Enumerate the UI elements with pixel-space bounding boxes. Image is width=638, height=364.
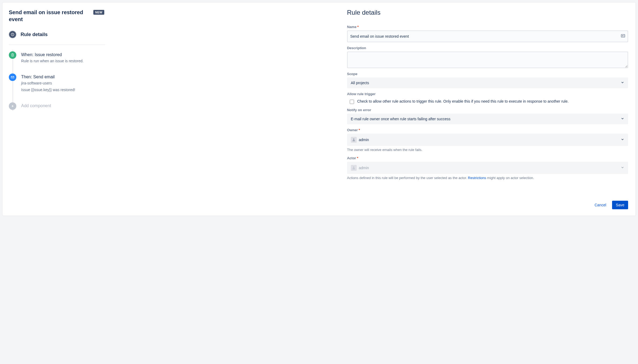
actor-value: admin (359, 166, 369, 170)
allow-trigger-checkbox[interactable] (350, 100, 354, 104)
new-badge: NEW (93, 10, 104, 15)
allow-trigger-text: Check to allow other rule actions to tri… (357, 99, 569, 104)
scope-value: All projects (351, 81, 369, 85)
rule-flow-timeline: When: Issue restored Rule is run when an… (13, 50, 339, 111)
owner-select[interactable]: admin (347, 134, 628, 146)
chevron-down-icon (621, 81, 624, 85)
divider (9, 45, 105, 45)
info-icon (9, 31, 16, 38)
save-button[interactable]: Save (612, 201, 628, 209)
flow-step-body1: jira-software-users (21, 80, 339, 86)
svg-point-11 (353, 138, 354, 140)
flow-step-action[interactable]: Then: Send email jira-software-users Iss… (13, 72, 339, 101)
restrictions-link[interactable]: Restrictions (468, 176, 486, 180)
chevron-down-icon (621, 138, 624, 142)
rule-details-form: Rule details Name Description Scope All … (344, 2, 636, 216)
name-input[interactable] (347, 30, 628, 42)
card-icon (621, 33, 625, 39)
rule-details-step[interactable]: Rule details (9, 29, 339, 40)
svg-point-8 (622, 36, 623, 36)
clipboard-icon (9, 51, 16, 59)
description-input[interactable] (347, 52, 628, 68)
avatar-icon (351, 137, 357, 143)
add-component-label: Add component (21, 103, 339, 108)
rule-details-label: Rule details (21, 32, 48, 37)
scope-select[interactable]: All projects (347, 78, 628, 88)
notify-error-value: E-mail rule owner once when rule starts … (351, 117, 451, 121)
scope-label: Scope (347, 72, 628, 76)
flow-step-title: When: Issue restored (21, 52, 339, 57)
flow-step-body2: Issue {{issue.key}} was restored! (21, 87, 339, 93)
svg-point-2 (13, 34, 13, 34)
notify-error-label: Notify on error (347, 108, 628, 112)
description-label: Description (347, 46, 628, 50)
flow-step-trigger[interactable]: When: Issue restored Rule is run when an… (13, 50, 339, 72)
form-heading: Rule details (347, 9, 628, 16)
actor-help: Actions defined in this rule will be per… (347, 176, 628, 180)
rule-title-row: Send email on issue restored event NEW (9, 9, 339, 23)
svg-point-12 (353, 167, 354, 168)
allow-trigger-label: Allow rule trigger (347, 92, 628, 96)
flow-step-title: Then: Send email (21, 75, 339, 79)
owner-value: admin (359, 138, 369, 142)
plus-icon (9, 102, 16, 110)
form-actions: Cancel Save (347, 193, 628, 209)
owner-help: The owner will receive emails when the r… (347, 148, 628, 152)
rule-name-title: Send email on issue restored event (9, 9, 89, 23)
add-component-step[interactable]: Add component (13, 101, 339, 111)
rule-flow-column: Send email on issue restored event NEW R… (2, 2, 344, 216)
owner-label: Owner (347, 128, 628, 132)
chevron-down-icon (621, 117, 624, 121)
mail-icon (9, 73, 16, 81)
rule-editor-panel: Send email on issue restored event NEW R… (2, 2, 636, 216)
actor-label: Actor (347, 156, 628, 160)
avatar-icon (351, 165, 357, 171)
actor-select[interactable]: admin (347, 162, 628, 174)
cancel-button[interactable]: Cancel (591, 201, 610, 209)
flow-step-body: Rule is run when an issue is restored. (21, 58, 339, 64)
notify-error-select[interactable]: E-mail rule owner once when rule starts … (347, 114, 628, 124)
chevron-down-icon (621, 166, 624, 170)
name-label: Name (347, 25, 628, 29)
